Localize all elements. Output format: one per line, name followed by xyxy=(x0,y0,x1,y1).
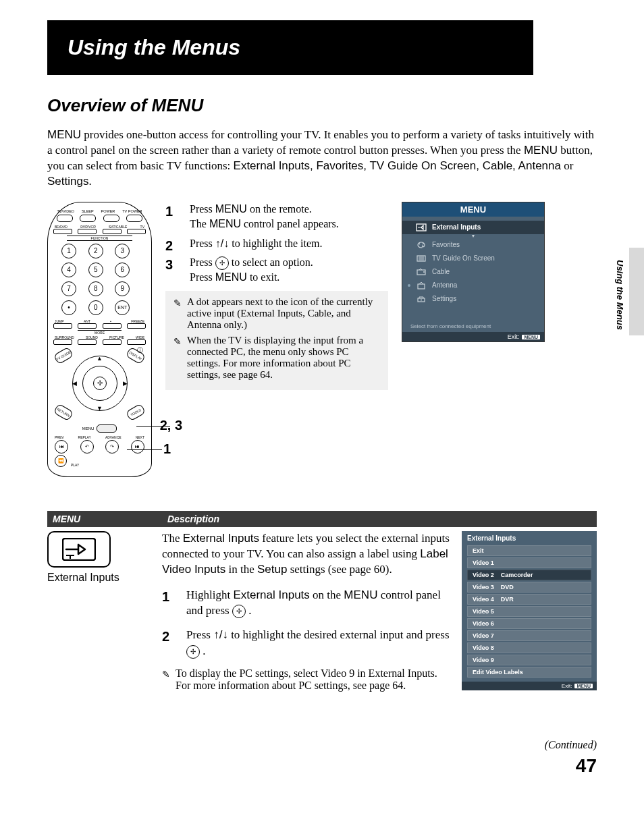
num-5[interactable]: 5 xyxy=(88,263,103,277)
function-sat-cable[interactable] xyxy=(103,229,122,234)
ext-input-row[interactable]: Video 2Camcorder xyxy=(467,570,591,580)
menu-item-label: Favorites xyxy=(432,241,460,248)
next-button[interactable]: ⏭ xyxy=(131,440,144,454)
ext-input-row[interactable]: Video 3DVD xyxy=(467,582,591,593)
ext-input-row[interactable]: Video 4DVR xyxy=(467,594,591,605)
function-dvr-vcr[interactable] xyxy=(78,229,97,234)
menu-description-table: MENU Description External Inputs The Ext… xyxy=(47,511,597,692)
menu-item-label: Settings xyxy=(432,295,456,302)
num-1[interactable]: 1 xyxy=(61,244,76,258)
num-7[interactable]: 7 xyxy=(61,281,76,296)
enter-icon: ✢ xyxy=(186,645,200,659)
ant-button[interactable] xyxy=(78,323,97,329)
dpad-ring[interactable]: ▲ ▼ ◀ ▶ ✢ xyxy=(72,356,128,411)
ext-input-row[interactable]: Video 7 xyxy=(467,630,591,641)
ext-step-1: Highlight External Inputs on the MENU co… xyxy=(162,587,451,620)
external-inputs-icon xyxy=(47,531,111,568)
num-2[interactable]: 2 xyxy=(88,244,103,258)
ext-row-sublabel: Camcorder xyxy=(501,572,533,578)
ext-exit-bar: Exit:MENU xyxy=(462,682,597,690)
menu-item-label: External Inputs xyxy=(432,223,481,231)
menu-item-icon xyxy=(416,223,427,231)
num-0[interactable]: 0 xyxy=(88,300,103,315)
step-3: Press ✢ to select an option. Press MENU … xyxy=(165,255,388,285)
ext-input-row[interactable]: Video 9 xyxy=(467,655,591,665)
ext-input-row[interactable]: Edit Video Labels xyxy=(467,667,591,678)
num-6[interactable]: 6 xyxy=(115,263,130,277)
chapter-banner: Using the Menus xyxy=(47,20,533,75)
num-8[interactable]: 8 xyxy=(88,281,103,296)
menu-item-icon xyxy=(416,295,427,303)
advance-button[interactable]: ↷ xyxy=(105,440,119,454)
num-4[interactable]: 4 xyxy=(61,263,76,277)
function-bd-dvd[interactable] xyxy=(53,229,72,234)
ext-row-label: Video 2 xyxy=(473,572,494,578)
menu-item-antenna[interactable]: Antenna xyxy=(402,279,544,292)
function-tv[interactable] xyxy=(127,229,146,234)
rewind-button[interactable]: ⏪ xyxy=(55,455,67,467)
tools-button[interactable]: TOOLS xyxy=(126,403,146,421)
ext-row-label: Video 6 xyxy=(473,620,494,627)
picture-button[interactable] xyxy=(103,339,122,345)
tvguide-button[interactable]: TV GUIDE xyxy=(53,346,74,364)
external-inputs-screenshot: External Inputs ExitVideo 1Video 2Camcor… xyxy=(462,531,597,690)
menu-hint-text: Select from connected equipment xyxy=(402,310,544,332)
surround-button[interactable] xyxy=(53,339,72,345)
enter-icon: ✢ xyxy=(215,256,229,270)
menu-screenshot: MENU External Inputs▾FavoritesTV Guide O… xyxy=(402,202,545,342)
intro-paragraph: MENU provides one-button access for cont… xyxy=(47,128,597,190)
ext-exit-badge: MENU xyxy=(574,684,593,688)
tvpower-button[interactable] xyxy=(126,215,142,222)
num-dot[interactable]: • xyxy=(61,300,76,315)
jump-button[interactable] xyxy=(53,323,72,329)
replay-button[interactable]: ↶ xyxy=(80,440,94,454)
num-9[interactable]: 9 xyxy=(115,281,130,296)
svg-point-9 xyxy=(421,299,422,300)
ext-input-row[interactable]: Video 8 xyxy=(467,642,591,653)
power-button[interactable] xyxy=(103,215,119,222)
menu-item-label: TV Guide On Screen xyxy=(432,254,495,262)
ext-row-label: Video 8 xyxy=(473,644,494,651)
callout-1: 1 xyxy=(163,441,171,457)
ext-step-2: Press ↑/↓ to highlight the desired exter… xyxy=(162,627,451,659)
freeze-button[interactable] xyxy=(127,323,146,329)
dpad-enter-button[interactable]: ✢ xyxy=(93,377,107,390)
sound-button[interactable] xyxy=(78,339,97,345)
step-1: Press MENU on the remote. The MENU contr… xyxy=(165,202,388,232)
menu-item-icon xyxy=(416,241,427,249)
ext-row-label: Video 9 xyxy=(473,657,494,663)
prev-button[interactable]: ⏮ xyxy=(55,440,68,454)
menu-item-settings[interactable]: Settings xyxy=(402,292,544,306)
ext-input-row[interactable]: Video 1 xyxy=(467,557,591,568)
ext-row-label: Video 4 xyxy=(473,596,494,603)
ext-input-row[interactable]: Video 5 xyxy=(467,606,591,617)
ext-input-row[interactable]: Video 6 xyxy=(467,618,591,629)
svg-point-6 xyxy=(423,271,425,273)
menu-item-cable[interactable]: Cable xyxy=(402,265,544,279)
sleep-button[interactable] xyxy=(80,215,96,222)
external-inputs-label: External Inputs xyxy=(47,572,162,584)
num-3[interactable]: 3 xyxy=(115,244,130,258)
notes-box: ✎ A dot appears next to the icon of the … xyxy=(165,291,388,390)
dpad-down-icon: ▼ xyxy=(97,405,103,412)
mute-button[interactable] xyxy=(103,323,122,329)
dpad-left-icon: ◀ xyxy=(72,380,77,387)
menu-item-favorites[interactable]: Favorites xyxy=(402,238,544,252)
tvvideo-button[interactable] xyxy=(57,215,73,222)
table-head-description: Description xyxy=(167,514,597,524)
ext-row-sublabel: DVR xyxy=(501,596,514,603)
menu-item-icon xyxy=(416,268,427,276)
menu-button[interactable] xyxy=(97,424,117,433)
ext-note: ✎ To display the PC settings, select Vid… xyxy=(162,667,451,692)
return-button[interactable]: RETURN xyxy=(53,403,74,421)
callout-line xyxy=(127,449,162,450)
ext-input-row[interactable]: Exit xyxy=(467,545,591,556)
menu-item-icon xyxy=(416,281,427,290)
page-number: 47 xyxy=(47,755,597,777)
svg-rect-7 xyxy=(418,284,425,289)
menu-item-tv-guide-on-screen[interactable]: TV Guide On Screen xyxy=(402,252,544,265)
menu-item-external-inputs[interactable]: External Inputs xyxy=(402,221,544,234)
active-dot-icon xyxy=(408,284,410,287)
ent-button[interactable]: ENT xyxy=(115,300,130,315)
wide-button[interactable] xyxy=(127,339,146,345)
